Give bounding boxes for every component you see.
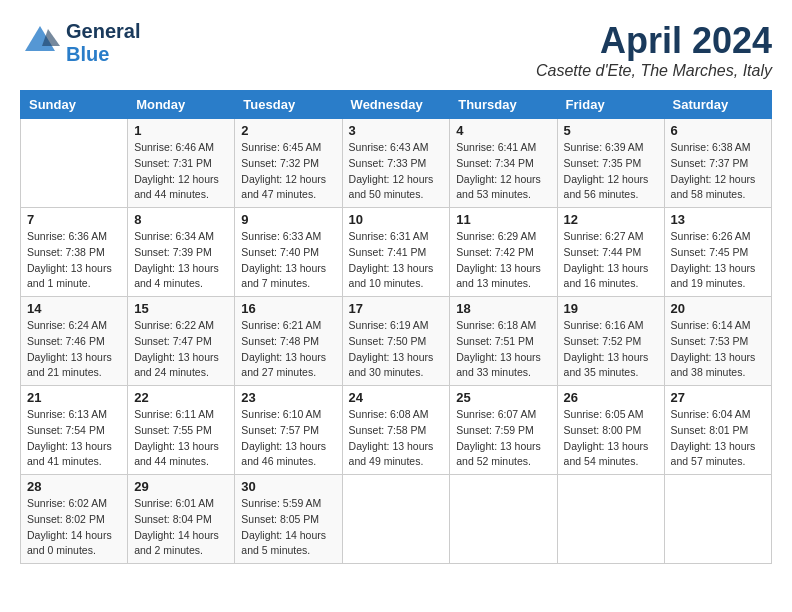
day-info: Sunrise: 6:29 AMSunset: 7:42 PMDaylight:… bbox=[456, 229, 550, 292]
header-day-sunday: Sunday bbox=[21, 91, 128, 119]
calendar-cell: 3Sunrise: 6:43 AMSunset: 7:33 PMDaylight… bbox=[342, 119, 450, 208]
calendar-cell: 14Sunrise: 6:24 AMSunset: 7:46 PMDayligh… bbox=[21, 297, 128, 386]
day-number: 7 bbox=[27, 212, 121, 227]
week-row-4: 21Sunrise: 6:13 AMSunset: 7:54 PMDayligh… bbox=[21, 386, 772, 475]
calendar-cell bbox=[342, 475, 450, 564]
header-day-thursday: Thursday bbox=[450, 91, 557, 119]
calendar-cell: 24Sunrise: 6:08 AMSunset: 7:58 PMDayligh… bbox=[342, 386, 450, 475]
header-day-wednesday: Wednesday bbox=[342, 91, 450, 119]
calendar-cell: 1Sunrise: 6:46 AMSunset: 7:31 PMDaylight… bbox=[128, 119, 235, 208]
day-info: Sunrise: 6:01 AMSunset: 8:04 PMDaylight:… bbox=[134, 496, 228, 559]
day-info: Sunrise: 5:59 AMSunset: 8:05 PMDaylight:… bbox=[241, 496, 335, 559]
day-number: 11 bbox=[456, 212, 550, 227]
day-info: Sunrise: 6:45 AMSunset: 7:32 PMDaylight:… bbox=[241, 140, 335, 203]
day-info: Sunrise: 6:05 AMSunset: 8:00 PMDaylight:… bbox=[564, 407, 658, 470]
calendar-cell: 5Sunrise: 6:39 AMSunset: 7:35 PMDaylight… bbox=[557, 119, 664, 208]
day-number: 9 bbox=[241, 212, 335, 227]
calendar-cell: 18Sunrise: 6:18 AMSunset: 7:51 PMDayligh… bbox=[450, 297, 557, 386]
calendar-cell: 21Sunrise: 6:13 AMSunset: 7:54 PMDayligh… bbox=[21, 386, 128, 475]
calendar-cell: 23Sunrise: 6:10 AMSunset: 7:57 PMDayligh… bbox=[235, 386, 342, 475]
header-day-friday: Friday bbox=[557, 91, 664, 119]
day-info: Sunrise: 6:13 AMSunset: 7:54 PMDaylight:… bbox=[27, 407, 121, 470]
calendar-cell: 29Sunrise: 6:01 AMSunset: 8:04 PMDayligh… bbox=[128, 475, 235, 564]
location-title: Casette d'Ete, The Marches, Italy bbox=[536, 62, 772, 80]
day-number: 10 bbox=[349, 212, 444, 227]
day-number: 1 bbox=[134, 123, 228, 138]
day-info: Sunrise: 6:16 AMSunset: 7:52 PMDaylight:… bbox=[564, 318, 658, 381]
day-info: Sunrise: 6:27 AMSunset: 7:44 PMDaylight:… bbox=[564, 229, 658, 292]
logo: General Blue bbox=[20, 20, 140, 66]
day-number: 4 bbox=[456, 123, 550, 138]
day-info: Sunrise: 6:14 AMSunset: 7:53 PMDaylight:… bbox=[671, 318, 765, 381]
day-number: 26 bbox=[564, 390, 658, 405]
calendar-cell: 8Sunrise: 6:34 AMSunset: 7:39 PMDaylight… bbox=[128, 208, 235, 297]
calendar-header: SundayMondayTuesdayWednesdayThursdayFrid… bbox=[21, 91, 772, 119]
day-info: Sunrise: 6:04 AMSunset: 8:01 PMDaylight:… bbox=[671, 407, 765, 470]
logo-general-text: General bbox=[66, 20, 140, 43]
calendar-cell: 28Sunrise: 6:02 AMSunset: 8:02 PMDayligh… bbox=[21, 475, 128, 564]
day-info: Sunrise: 6:11 AMSunset: 7:55 PMDaylight:… bbox=[134, 407, 228, 470]
calendar-cell: 13Sunrise: 6:26 AMSunset: 7:45 PMDayligh… bbox=[664, 208, 771, 297]
day-info: Sunrise: 6:07 AMSunset: 7:59 PMDaylight:… bbox=[456, 407, 550, 470]
day-info: Sunrise: 6:31 AMSunset: 7:41 PMDaylight:… bbox=[349, 229, 444, 292]
calendar-cell: 2Sunrise: 6:45 AMSunset: 7:32 PMDaylight… bbox=[235, 119, 342, 208]
day-info: Sunrise: 6:41 AMSunset: 7:34 PMDaylight:… bbox=[456, 140, 550, 203]
day-number: 28 bbox=[27, 479, 121, 494]
calendar-table: SundayMondayTuesdayWednesdayThursdayFrid… bbox=[20, 90, 772, 564]
day-number: 16 bbox=[241, 301, 335, 316]
calendar-cell: 22Sunrise: 6:11 AMSunset: 7:55 PMDayligh… bbox=[128, 386, 235, 475]
calendar-cell: 9Sunrise: 6:33 AMSunset: 7:40 PMDaylight… bbox=[235, 208, 342, 297]
day-number: 19 bbox=[564, 301, 658, 316]
week-row-1: 1Sunrise: 6:46 AMSunset: 7:31 PMDaylight… bbox=[21, 119, 772, 208]
logo-icon bbox=[20, 21, 60, 65]
day-info: Sunrise: 6:21 AMSunset: 7:48 PMDaylight:… bbox=[241, 318, 335, 381]
calendar-cell: 16Sunrise: 6:21 AMSunset: 7:48 PMDayligh… bbox=[235, 297, 342, 386]
calendar-cell: 25Sunrise: 6:07 AMSunset: 7:59 PMDayligh… bbox=[450, 386, 557, 475]
day-number: 14 bbox=[27, 301, 121, 316]
day-number: 6 bbox=[671, 123, 765, 138]
header-day-monday: Monday bbox=[128, 91, 235, 119]
header-row: SundayMondayTuesdayWednesdayThursdayFrid… bbox=[21, 91, 772, 119]
calendar-cell: 12Sunrise: 6:27 AMSunset: 7:44 PMDayligh… bbox=[557, 208, 664, 297]
day-info: Sunrise: 6:43 AMSunset: 7:33 PMDaylight:… bbox=[349, 140, 444, 203]
day-info: Sunrise: 6:18 AMSunset: 7:51 PMDaylight:… bbox=[456, 318, 550, 381]
day-info: Sunrise: 6:19 AMSunset: 7:50 PMDaylight:… bbox=[349, 318, 444, 381]
day-info: Sunrise: 6:22 AMSunset: 7:47 PMDaylight:… bbox=[134, 318, 228, 381]
calendar-cell: 19Sunrise: 6:16 AMSunset: 7:52 PMDayligh… bbox=[557, 297, 664, 386]
calendar-cell bbox=[21, 119, 128, 208]
calendar-cell: 27Sunrise: 6:04 AMSunset: 8:01 PMDayligh… bbox=[664, 386, 771, 475]
header-day-tuesday: Tuesday bbox=[235, 91, 342, 119]
day-number: 5 bbox=[564, 123, 658, 138]
day-number: 12 bbox=[564, 212, 658, 227]
week-row-5: 28Sunrise: 6:02 AMSunset: 8:02 PMDayligh… bbox=[21, 475, 772, 564]
day-info: Sunrise: 6:38 AMSunset: 7:37 PMDaylight:… bbox=[671, 140, 765, 203]
logo-text: General Blue bbox=[66, 20, 140, 66]
day-info: Sunrise: 6:08 AMSunset: 7:58 PMDaylight:… bbox=[349, 407, 444, 470]
day-info: Sunrise: 6:46 AMSunset: 7:31 PMDaylight:… bbox=[134, 140, 228, 203]
day-number: 22 bbox=[134, 390, 228, 405]
day-number: 20 bbox=[671, 301, 765, 316]
day-number: 8 bbox=[134, 212, 228, 227]
day-number: 3 bbox=[349, 123, 444, 138]
calendar-cell: 7Sunrise: 6:36 AMSunset: 7:38 PMDaylight… bbox=[21, 208, 128, 297]
calendar-cell: 15Sunrise: 6:22 AMSunset: 7:47 PMDayligh… bbox=[128, 297, 235, 386]
day-number: 2 bbox=[241, 123, 335, 138]
page-header: General Blue April 2024 Casette d'Ete, T… bbox=[20, 20, 772, 80]
calendar-cell: 20Sunrise: 6:14 AMSunset: 7:53 PMDayligh… bbox=[664, 297, 771, 386]
calendar-cell: 17Sunrise: 6:19 AMSunset: 7:50 PMDayligh… bbox=[342, 297, 450, 386]
day-number: 24 bbox=[349, 390, 444, 405]
day-number: 21 bbox=[27, 390, 121, 405]
calendar-cell bbox=[557, 475, 664, 564]
day-info: Sunrise: 6:24 AMSunset: 7:46 PMDaylight:… bbox=[27, 318, 121, 381]
day-info: Sunrise: 6:34 AMSunset: 7:39 PMDaylight:… bbox=[134, 229, 228, 292]
day-info: Sunrise: 6:02 AMSunset: 8:02 PMDaylight:… bbox=[27, 496, 121, 559]
day-number: 18 bbox=[456, 301, 550, 316]
day-info: Sunrise: 6:39 AMSunset: 7:35 PMDaylight:… bbox=[564, 140, 658, 203]
day-number: 25 bbox=[456, 390, 550, 405]
day-number: 30 bbox=[241, 479, 335, 494]
day-number: 15 bbox=[134, 301, 228, 316]
day-number: 13 bbox=[671, 212, 765, 227]
calendar-cell bbox=[450, 475, 557, 564]
day-number: 27 bbox=[671, 390, 765, 405]
week-row-3: 14Sunrise: 6:24 AMSunset: 7:46 PMDayligh… bbox=[21, 297, 772, 386]
